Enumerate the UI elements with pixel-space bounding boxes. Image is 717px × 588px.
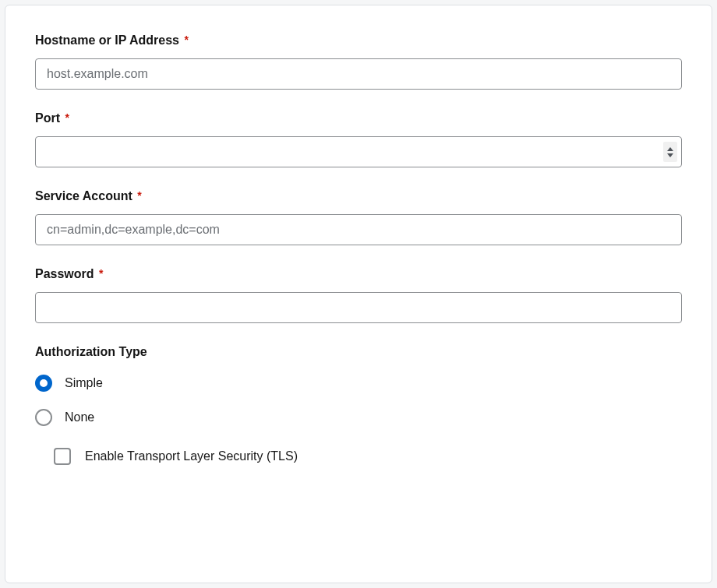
chevron-up-icon[interactable] bbox=[667, 147, 673, 151]
hostname-label-text: Hostname or IP Address bbox=[35, 33, 179, 47]
radio-label-none: None bbox=[65, 410, 94, 424]
password-label-text: Password bbox=[35, 267, 94, 280]
required-asterisk-icon: * bbox=[184, 33, 188, 46]
radio-icon-unselected[interactable] bbox=[35, 409, 52, 426]
port-label: Port * bbox=[35, 111, 682, 125]
authorization-type-section: Authorization Type Simple None bbox=[35, 345, 682, 426]
port-input-wrap bbox=[35, 136, 682, 167]
checkbox-icon-unchecked[interactable] bbox=[54, 448, 71, 465]
password-label: Password * bbox=[35, 267, 682, 281]
hostname-input[interactable] bbox=[35, 58, 682, 90]
tls-checkbox-row[interactable]: Enable Transport Layer Security (TLS) bbox=[54, 448, 682, 465]
port-input[interactable] bbox=[35, 136, 682, 167]
radio-icon-selected[interactable] bbox=[35, 375, 52, 392]
required-asterisk-icon: * bbox=[65, 111, 69, 124]
field-service-account: Service Account * bbox=[35, 189, 682, 245]
required-asterisk-icon: * bbox=[137, 189, 141, 202]
field-password: Password * bbox=[35, 267, 682, 323]
required-asterisk-icon: * bbox=[99, 267, 103, 280]
port-stepper[interactable] bbox=[663, 142, 677, 162]
radio-label-simple: Simple bbox=[65, 376, 103, 390]
radio-option-none[interactable]: None bbox=[35, 409, 682, 426]
service-account-label-text: Service Account bbox=[35, 189, 132, 202]
radio-option-simple[interactable]: Simple bbox=[35, 375, 682, 392]
authorization-type-heading: Authorization Type bbox=[35, 345, 682, 359]
field-port: Port * bbox=[35, 111, 682, 167]
service-account-label: Service Account * bbox=[35, 189, 682, 203]
tls-checkbox-label: Enable Transport Layer Security (TLS) bbox=[85, 449, 298, 463]
field-hostname: Hostname or IP Address * bbox=[35, 33, 682, 90]
service-account-input[interactable] bbox=[35, 214, 682, 245]
password-input[interactable] bbox=[35, 292, 682, 323]
port-label-text: Port bbox=[35, 111, 60, 125]
chevron-down-icon[interactable] bbox=[667, 153, 673, 157]
hostname-label: Hostname or IP Address * bbox=[35, 33, 682, 48]
ldap-connection-form: Hostname or IP Address * Port * Service … bbox=[5, 5, 712, 583]
